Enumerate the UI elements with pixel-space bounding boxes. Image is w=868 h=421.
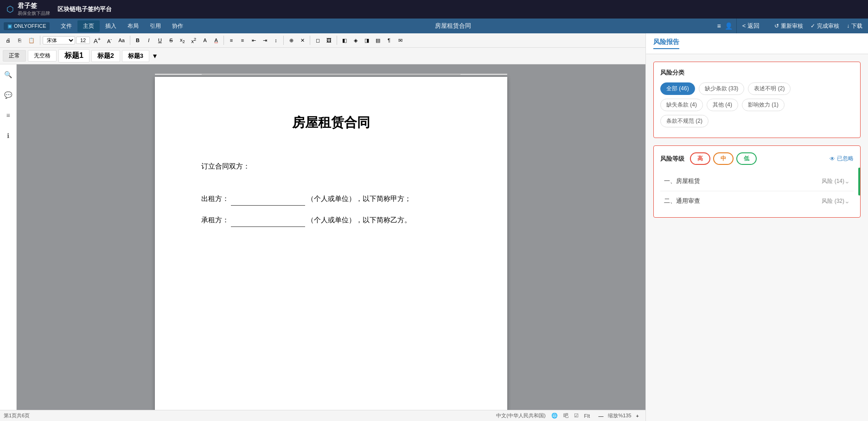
list-button[interactable]: ≡ <box>226 36 236 44</box>
brand-logo: ⬡ 君子签 易保全旗下品牌 区块链电子签约平台 <box>6 2 112 17</box>
paste-button[interactable]: 📋 <box>26 36 38 45</box>
document-page: 房屋租赁合同 订立合同双方： 出租方： （个人或单位），以下简称甲方； 承租方：… <box>155 77 507 410</box>
indent-decrease-button[interactable]: ⇤ <box>249 36 259 45</box>
mail-merge-button[interactable]: ✉ <box>395 36 405 45</box>
risk-level-section: 风险等级 高 中 低 👁 已忽略 一、房屋租赁 风险 (14) ⌄ <box>653 145 861 218</box>
risk-classification-title: 风险分类 <box>660 69 854 77</box>
right-panel: 风险报告 风险分类 全部 (46) 缺少条款 (33) 表述不明 (2) 缺失条… <box>645 33 868 421</box>
risk-mid-badge[interactable]: 中 <box>713 152 734 165</box>
zoom-minus-button[interactable]: — <box>595 412 606 420</box>
menu-file[interactable]: 文件 <box>55 20 77 32</box>
style-normal[interactable]: 正常 <box>3 50 26 62</box>
left-sidebar: 🔍 💬 ≡ ℹ <box>0 64 17 410</box>
menu-insert[interactable]: 插入 <box>100 20 122 32</box>
menu-bar: ▣ ONLYOFFICE 文件 主页 插入 布局 引用 协作 房屋租赁合同 ≡ … <box>0 19 736 33</box>
paragraph-dir-button[interactable]: ¶ <box>384 36 394 44</box>
risk-level-title: 风险等级 <box>660 155 684 163</box>
separator4 <box>283 36 284 45</box>
image-button[interactable]: 🖼 <box>324 36 334 44</box>
copy-button[interactable]: ⎘ <box>14 36 25 44</box>
ordered-list-button[interactable]: ≡ <box>237 36 248 44</box>
tenant-label: 承租方： <box>201 216 229 224</box>
parties-section: 订立合同双方： 出租方： （个人或单位），以下简称甲方； 承租方： （个人或单位… <box>201 159 461 227</box>
reaudit-button[interactable]: ↺ 重新审核 <box>774 22 803 30</box>
language-status: 中文(中华人民共和国) <box>496 412 545 419</box>
risk-high-badge[interactable]: 高 <box>690 152 710 165</box>
back-button[interactable]: < 返回 <box>742 22 760 30</box>
styles-expand-button[interactable]: ▾ <box>153 51 157 60</box>
align-justify-button[interactable]: ▤ <box>373 36 383 45</box>
onlyoffice-icon: ▣ <box>7 23 12 29</box>
risk-tag-absent-clause[interactable]: 缺失条款 (4) <box>660 99 703 111</box>
risk-housing-label: 一、房屋租赁 <box>664 177 822 185</box>
style-no-space[interactable]: 无空格 <box>28 50 57 62</box>
font-size-input[interactable] <box>76 37 90 44</box>
italic-button[interactable]: I <box>144 36 154 44</box>
align-center-button[interactable]: ◈ <box>351 36 361 45</box>
menu-icon[interactable]: ≡ <box>717 22 721 30</box>
search-sidebar-icon[interactable]: 🔍 <box>2 68 15 81</box>
user-icon[interactable]: 👤 <box>725 22 733 30</box>
risk-tag-irregular[interactable]: 条款不规范 (2) <box>660 115 708 127</box>
track-icon: ☑ <box>574 413 579 419</box>
font-shrink-button[interactable]: A- <box>104 36 115 45</box>
ignored-toggle[interactable]: 👁 已忽略 <box>830 155 854 163</box>
line-spacing-button[interactable]: ↕ <box>271 36 281 44</box>
risk-tag-all[interactable]: 全部 (46) <box>660 82 695 95</box>
font-family-select[interactable]: 宋体 <box>43 36 75 44</box>
risk-low-badge[interactable]: 低 <box>736 152 757 165</box>
parties-header: 订立合同双方： <box>201 159 461 173</box>
menu-reference[interactable]: 引用 <box>144 20 166 32</box>
style-heading3[interactable]: 标题3 <box>122 50 149 62</box>
risk-item-general[interactable]: 二、通用审查 风险 (32) ⌄ <box>660 191 854 211</box>
complete-audit-button[interactable]: ✓ 完成审核 <box>811 22 839 30</box>
zoom-plus-button[interactable]: + <box>633 412 642 420</box>
align-right-button[interactable]: ◨ <box>362 36 372 45</box>
landlord-line: 出租方： （个人或单位），以下简称甲方； <box>201 192 461 206</box>
clear-format-button[interactable]: ✕ <box>297 36 307 45</box>
align-left-button[interactable]: ◧ <box>339 36 350 45</box>
onlyoffice-brand: ▣ ONLYOFFICE <box>4 22 50 30</box>
zoom-controls: — 缩放%135 + <box>595 412 642 420</box>
globe-status[interactable]: 🌐 <box>551 413 558 419</box>
landlord-blank <box>231 205 305 206</box>
shapes-button[interactable]: ◻ <box>313 36 323 45</box>
font-grow-button[interactable]: A+ <box>91 35 103 46</box>
eye-icon: 👁 <box>830 156 835 162</box>
style-heading1[interactable]: 标题1 <box>58 49 89 63</box>
style-heading2[interactable]: 标题2 <box>91 50 120 62</box>
superscript-button[interactable]: x2 <box>188 36 199 45</box>
download-button[interactable]: ↓ 下载 <box>847 22 862 30</box>
menu-layout[interactable]: 布局 <box>122 20 144 32</box>
copy-format-button[interactable]: ⊕ <box>286 36 296 45</box>
info-sidebar-icon[interactable]: ℹ <box>2 129 15 142</box>
toolbar: 🖨 ⎘ 📋 宋体 A+ A- Aa B I U S x2 x2 A A <box>0 33 645 48</box>
highlight-button[interactable]: A <box>200 36 210 44</box>
track-status[interactable]: ☑ <box>574 413 579 419</box>
ruler <box>155 74 507 75</box>
headings-sidebar-icon[interactable]: ≡ <box>2 109 15 122</box>
font-color-button[interactable]: A <box>211 36 221 44</box>
risk-tag-effect[interactable]: 影响效力 (1) <box>742 99 785 111</box>
print-button[interactable]: 🖨 <box>3 36 13 44</box>
comments-sidebar-icon[interactable]: 💬 <box>2 88 15 101</box>
menu-home[interactable]: 主页 <box>77 20 100 32</box>
risk-item-housing[interactable]: 一、房屋租赁 风险 (14) ⌄ <box>660 171 854 191</box>
document-title: 房屋租赁合同 <box>201 114 461 132</box>
subscript-button[interactable]: x2 <box>177 36 188 45</box>
tenant-blank <box>231 226 305 227</box>
risk-tag-unclear[interactable]: 表述不明 (2) <box>748 82 791 95</box>
indent-increase-button[interactable]: ⇥ <box>260 36 270 45</box>
strikethrough-button[interactable]: S <box>166 36 176 44</box>
spell-status[interactable]: 吧 <box>563 412 568 419</box>
case-button[interactable]: Aa <box>115 36 127 44</box>
risk-report-tab[interactable]: 风险报告 <box>653 38 679 49</box>
risk-tag-other[interactable]: 其他 (4) <box>707 99 738 111</box>
risk-category-row-1: 全部 (46) 缺少条款 (33) 表述不明 (2) <box>660 82 854 95</box>
bold-button[interactable]: B <box>133 36 143 44</box>
risk-general-label: 二、通用审查 <box>664 197 822 205</box>
risk-tag-missing-clause[interactable]: 缺少条款 (33) <box>699 82 745 95</box>
menu-collaborate[interactable]: 协作 <box>166 20 189 32</box>
underline-button[interactable]: U <box>155 36 165 44</box>
fit-button[interactable]: FIt <box>584 413 590 419</box>
